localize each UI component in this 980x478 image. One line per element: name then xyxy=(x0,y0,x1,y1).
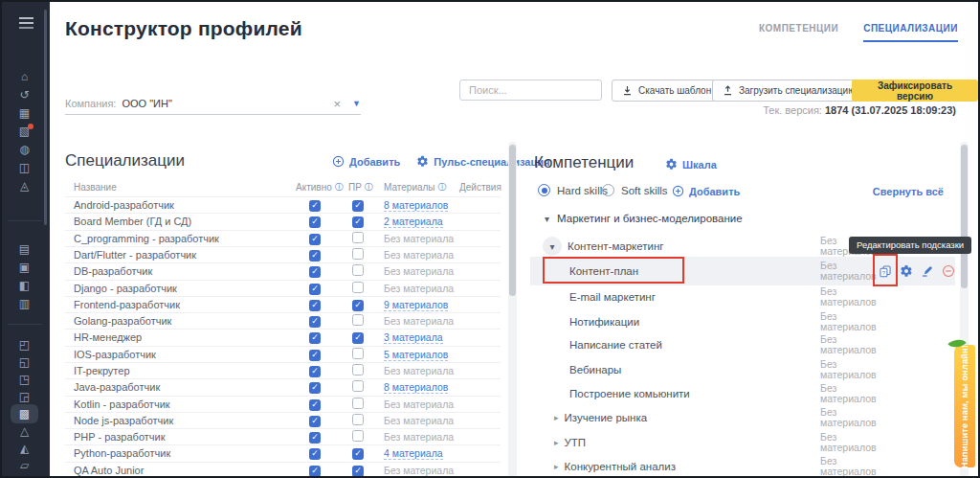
active-checkbox[interactable] xyxy=(309,448,321,460)
pr-checkbox[interactable] xyxy=(352,232,364,243)
upload-specialization-button[interactable]: Загрузить специализацию xyxy=(712,80,866,102)
org-icon[interactable]: ◬ xyxy=(20,180,29,192)
pulse-specialization-button[interactable]: Пульс-специализация xyxy=(416,155,549,168)
chevron-right-icon[interactable]: ▸ xyxy=(554,462,559,471)
pr-checkbox[interactable] xyxy=(352,300,364,311)
panel-icon[interactable]: ▤ xyxy=(19,243,30,255)
pr-checkbox[interactable] xyxy=(352,314,364,326)
active-checkbox[interactable] xyxy=(309,432,321,444)
table-row[interactable]: Django - разработчик Без материала xyxy=(65,280,501,296)
docs-icon[interactable]: ▥ xyxy=(19,298,30,309)
pr-checkbox[interactable] xyxy=(352,466,364,477)
tree-row-collapsed[interactable]: ▸ Конкурентный анализ Без материалов xyxy=(530,455,955,478)
chevron-down-icon[interactable]: ▼ xyxy=(352,99,361,108)
materials-link[interactable]: 5 материалов xyxy=(384,349,448,361)
edit-icon[interactable] xyxy=(921,264,934,278)
chevron-right-icon[interactable]: ▸ xyxy=(554,438,559,447)
tree-row-collapsed[interactable]: ▸ Изучение рынка Без материалов xyxy=(530,406,955,429)
pr-checkbox[interactable] xyxy=(352,398,364,409)
company-select[interactable]: Компания: ООО "ИН" × ▼ xyxy=(65,98,361,115)
materials-link[interactable]: 4 материала xyxy=(384,447,443,460)
table-row[interactable]: DB-разработчик Без материала xyxy=(65,262,501,279)
active-checkbox[interactable] xyxy=(309,234,321,245)
tree-row-group[interactable]: ▾ Маркетинг и бизнес-моделирование xyxy=(530,207,955,230)
tree-row-selected[interactable]: Контент-план Без материалов xyxy=(530,257,955,285)
online-chat-ribbon[interactable]: Напишите нам, мы онлайн! xyxy=(954,345,975,467)
active-checkbox[interactable] xyxy=(309,316,321,328)
home-icon[interactable]: ⌂ xyxy=(21,71,28,82)
download-template-button[interactable]: Скачать шаблон xyxy=(612,80,722,102)
pr-checkbox[interactable] xyxy=(352,216,364,228)
table-row[interactable]: Kotlin - разработчик Без материала xyxy=(65,396,501,412)
tab-competencies[interactable]: КОМПЕТЕНЦИИ xyxy=(759,23,838,42)
pr-checkbox[interactable] xyxy=(352,414,364,425)
pr-checkbox[interactable] xyxy=(352,380,364,392)
award-icon[interactable]: ◳ xyxy=(19,374,30,385)
pr-checkbox[interactable] xyxy=(352,430,364,442)
profile-constructor-icon[interactable]: ▩ xyxy=(11,404,38,423)
edit-hints-icon[interactable] xyxy=(879,264,892,278)
table-row[interactable]: IOS-разработчик 5 материалов xyxy=(65,346,501,362)
users-icon[interactable]: ◧ xyxy=(19,280,30,291)
pr-checkbox[interactable] xyxy=(352,364,364,376)
tab-specializations[interactable]: СПЕЦИАЛИЗАЦИИ xyxy=(863,23,958,42)
tree-row[interactable]: Вебинары Без материалов xyxy=(530,358,955,381)
badge-icon[interactable]: ◰ xyxy=(19,339,30,351)
active-checkbox[interactable] xyxy=(309,300,321,311)
history-icon[interactable]: ↺ xyxy=(19,89,29,101)
lab-icon[interactable]: △ xyxy=(20,425,29,437)
table-row[interactable]: PHP - разработчик Без материала xyxy=(65,428,501,444)
radio-hard-skills[interactable]: Hard skills xyxy=(538,184,608,196)
radio-soft-skills[interactable]: Soft skills xyxy=(602,184,668,196)
table-row[interactable]: HR-менеджер 3 материала xyxy=(65,329,501,345)
pr-checkbox[interactable] xyxy=(352,282,364,293)
materials-link[interactable]: 8 материалов xyxy=(384,381,448,394)
search-input[interactable] xyxy=(459,80,602,101)
info-icon[interactable] xyxy=(438,183,447,192)
table-row[interactable]: QA Auto Junior Без материала xyxy=(65,462,501,478)
tree-row[interactable]: Построение комьюнити Без материалов xyxy=(530,382,955,405)
clear-icon[interactable]: × xyxy=(333,99,341,109)
materials-link[interactable]: 2 материала xyxy=(384,216,443,228)
board-icon[interactable]: ▣ xyxy=(19,262,30,273)
pr-checkbox[interactable] xyxy=(352,332,364,344)
remove-icon[interactable] xyxy=(942,264,955,278)
table-row[interactable]: Java-разработчик 8 материалов xyxy=(65,378,501,395)
table-row[interactable]: IT-рекрутер Без материала xyxy=(65,362,501,378)
active-checkbox[interactable] xyxy=(309,466,321,477)
pr-checkbox[interactable] xyxy=(352,200,364,212)
scrollbar-thumb[interactable] xyxy=(961,145,968,288)
info-icon[interactable] xyxy=(335,183,344,192)
cards-icon[interactable]: ▧ xyxy=(19,125,30,137)
table-row[interactable]: C_programming - разработчик Без материал… xyxy=(65,230,501,246)
active-checkbox[interactable] xyxy=(309,250,321,262)
pr-checkbox[interactable] xyxy=(352,448,364,460)
info-icon[interactable] xyxy=(365,183,373,192)
materials-link[interactable]: 9 материалов xyxy=(384,299,448,311)
active-checkbox[interactable] xyxy=(309,416,321,427)
table-row[interactable]: Golang-разработчик Без материала xyxy=(65,312,501,329)
active-checkbox[interactable] xyxy=(309,382,321,394)
insights-icon[interactable]: ◍ xyxy=(19,144,29,155)
table-row[interactable]: Node js-разработчик Без материала xyxy=(65,412,501,428)
active-checkbox[interactable] xyxy=(309,350,321,361)
active-checkbox[interactable] xyxy=(309,399,321,411)
active-checkbox[interactable] xyxy=(309,366,321,377)
table-row[interactable]: Board Member (ГД и СД) 2 материала xyxy=(65,213,501,229)
pr-checkbox[interactable] xyxy=(352,264,364,276)
team-icon[interactable]: ◫ xyxy=(19,162,30,173)
user-add-icon[interactable]: ◱ xyxy=(19,356,30,368)
modules-icon[interactable]: ▦ xyxy=(19,107,30,119)
chevron-down-icon[interactable]: ▾ xyxy=(545,214,549,224)
collapse-all-link[interactable]: Свернуть всё xyxy=(873,186,944,197)
active-checkbox[interactable] xyxy=(309,200,321,212)
gear-icon[interactable] xyxy=(900,264,913,278)
fix-version-button[interactable]: Зафиксировать версию xyxy=(852,80,978,102)
table-row[interactable]: Dart/Flutter - разработчик Без материала xyxy=(65,246,501,262)
active-checkbox[interactable] xyxy=(309,332,321,344)
tree-row[interactable]: Написание статей Без материалов xyxy=(530,333,955,356)
group-icon[interactable]: ◭ xyxy=(20,443,29,454)
menu-icon[interactable] xyxy=(19,17,33,19)
pr-checkbox[interactable] xyxy=(352,248,364,260)
materials-link[interactable]: 8 материалов xyxy=(384,199,448,212)
